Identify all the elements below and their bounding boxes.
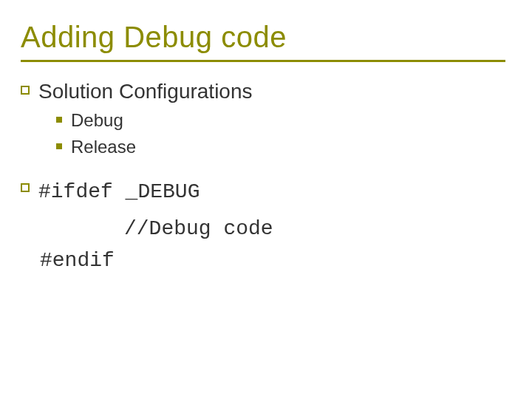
- bullet-list: Solution Configurations Debug Release: [21, 78, 505, 158]
- list-item-label: Release: [71, 136, 136, 158]
- square-outline-icon: [21, 86, 30, 95]
- list-item-label: Solution Configurations: [38, 78, 253, 105]
- list-item: Solution Configurations: [21, 78, 505, 105]
- code-line: #endif: [40, 245, 505, 276]
- list-item: Release: [56, 136, 505, 158]
- sub-list: Debug Release: [56, 109, 505, 158]
- code-line: //Debug code: [124, 213, 505, 245]
- list-item: #ifdef _DEBUG: [21, 176, 505, 208]
- list-item: Debug: [56, 109, 505, 132]
- square-outline-icon: [21, 183, 30, 192]
- code-line: #ifdef _DEBUG: [38, 176, 200, 208]
- square-solid-icon: [56, 117, 62, 123]
- slide-title: Adding Debug code: [21, 21, 505, 58]
- title-underline: [21, 60, 505, 62]
- square-solid-icon: [56, 143, 62, 149]
- code-block: #ifdef _DEBUG //Debug code #endif: [21, 176, 505, 276]
- slide: Adding Debug code Solution Configuration…: [0, 0, 532, 399]
- list-item-label: Debug: [71, 109, 123, 132]
